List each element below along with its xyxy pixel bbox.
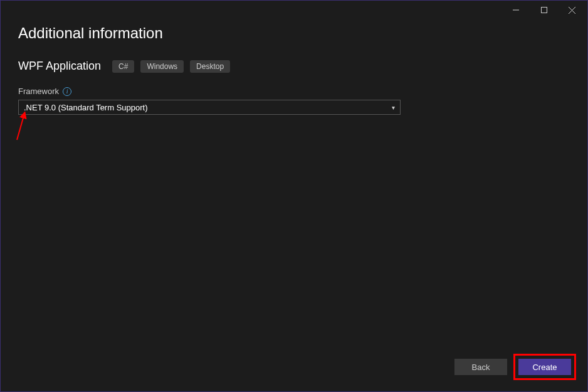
tag-desktop: Desktop xyxy=(190,60,230,73)
back-button[interactable]: Back xyxy=(454,359,507,375)
framework-label: Framework xyxy=(18,87,59,96)
svg-line-5 xyxy=(17,114,24,140)
project-type-row: WPF Application C# Windows Desktop xyxy=(18,60,570,73)
bottom-bar: Back Create xyxy=(454,354,576,380)
titlebar xyxy=(1,1,587,19)
create-highlight: Create xyxy=(513,354,576,380)
svg-rect-1 xyxy=(541,8,547,13)
create-button[interactable]: Create xyxy=(518,359,571,375)
info-icon[interactable]: i xyxy=(63,87,71,96)
framework-dropdown[interactable]: .NET 9.0 (Standard Term Support) ▾ xyxy=(18,100,401,115)
framework-selected-value: .NET 9.0 (Standard Term Support) xyxy=(24,103,148,112)
minimize-button[interactable] xyxy=(501,1,530,19)
chevron-down-icon: ▾ xyxy=(392,104,395,111)
maximize-button[interactable] xyxy=(530,1,558,19)
project-type-name: WPF Application xyxy=(18,60,101,73)
content-area: Additional information WPF Application C… xyxy=(1,19,587,115)
tag-csharp: C# xyxy=(112,60,134,73)
close-button[interactable] xyxy=(558,1,586,19)
tag-windows: Windows xyxy=(140,60,184,73)
page-title: Additional information xyxy=(18,24,570,42)
framework-label-row: Framework i xyxy=(18,87,570,96)
